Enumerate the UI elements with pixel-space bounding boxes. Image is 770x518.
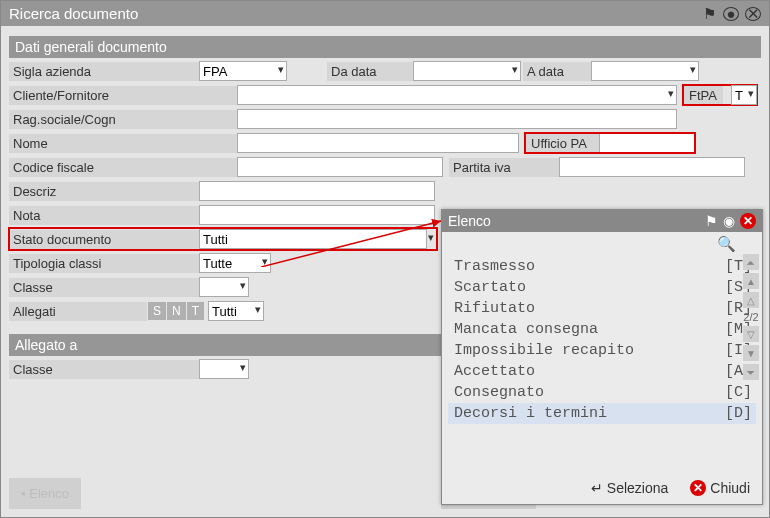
close-icon[interactable]: ✕ (745, 7, 761, 21)
scroll-up2-icon[interactable]: △ (743, 292, 759, 308)
a-data-input[interactable] (591, 61, 699, 81)
popup-footer: ↵Seleziona ✕Chiudi (585, 476, 756, 500)
codice-fiscale-input[interactable] (237, 157, 443, 177)
cliente-fornitore-input[interactable] (237, 85, 677, 105)
popup-dot-icon[interactable]: ◉ (723, 213, 735, 229)
descriz-input[interactable] (199, 181, 435, 201)
tag-n[interactable]: N (167, 302, 186, 320)
tag-s[interactable]: S (148, 302, 166, 320)
chiudi-button[interactable]: ✕Chiudi (684, 476, 756, 500)
da-data-input[interactable] (413, 61, 521, 81)
label-nome: Nome (9, 134, 237, 153)
popup-close-icon[interactable]: ✕ (740, 213, 756, 229)
ufficio-pa-group: Ufficio PA (525, 133, 695, 153)
tipologia-classi-select[interactable] (199, 253, 271, 273)
label-partita-iva: Partita iva (449, 158, 559, 177)
sigla-azienda-input[interactable] (199, 61, 287, 81)
search-icon[interactable]: 🔍 (717, 235, 736, 252)
label-nota: Nota (9, 206, 199, 225)
nome-input[interactable] (237, 133, 519, 153)
elenco-popup: Elenco ⚑ ◉ ✕ 🔍 Trasmesso[T] Scartato[S] … (441, 209, 763, 505)
window-title: Ricerca documento (9, 5, 138, 22)
allegati-select[interactable] (208, 301, 264, 321)
popup-pin-icon[interactable]: ⚑ (705, 213, 718, 229)
tag-t[interactable]: T (187, 302, 204, 320)
ftpa-select[interactable] (731, 85, 757, 105)
elenco-button[interactable]: ▪ Elenco (9, 478, 81, 509)
list-item[interactable]: Consegnato[C] (448, 382, 756, 403)
nota-input[interactable] (199, 205, 435, 225)
label-classe: Classe (9, 278, 199, 297)
partita-iva-input[interactable] (559, 157, 745, 177)
list-item[interactable]: Scartato[S] (448, 277, 756, 298)
label-sigla-azienda: Sigla azienda (9, 62, 199, 81)
label-codice-fiscale: Codice fiscale (9, 158, 237, 177)
dot-icon[interactable]: ● (723, 7, 739, 21)
list-item[interactable]: Rifiutato[R] (448, 298, 756, 319)
page-indicator: 2/2 (743, 311, 758, 323)
popup-search-row: 🔍 (442, 232, 762, 256)
label-ufficio-pa: Ufficio PA (525, 134, 599, 153)
list-item-selected[interactable]: Decorsi i termini[D] (448, 403, 756, 424)
popup-title-text: Elenco (448, 213, 491, 229)
enter-icon: ↵ (591, 480, 603, 496)
list-item[interactable]: Trasmesso[T] (448, 256, 756, 277)
popup-titlebar: Elenco ⚑ ◉ ✕ (442, 210, 762, 232)
close-x-icon: ✕ (690, 480, 706, 496)
label-da-data: Da data (327, 62, 413, 81)
label-stato-documento: Stato documento (9, 230, 199, 249)
list-item[interactable]: Impossibile recapito[I] (448, 340, 756, 361)
label-tipologia-classi: Tipologia classi (9, 254, 199, 273)
seleziona-button[interactable]: ↵Seleziona (585, 476, 675, 500)
pin-icon[interactable]: ⚑ (701, 7, 717, 21)
classe-select[interactable] (199, 277, 249, 297)
ftpa-group: FtPA (683, 85, 757, 105)
label-cliente-fornitore: Cliente/Fornitore (9, 86, 237, 105)
list-item[interactable]: Accettato[A] (448, 361, 756, 382)
ufficio-pa-input[interactable] (599, 133, 695, 153)
classe-2-select[interactable] (199, 359, 249, 379)
popup-scrollbar: ⏶ ▲ △ 2/2 ▽ ▼ ⏷ (742, 254, 760, 380)
label-allegati: Allegati (9, 302, 147, 321)
rag-sociale-input[interactable] (237, 109, 677, 129)
popup-list: Trasmesso[T] Scartato[S] Rifiutato[R] Ma… (442, 256, 762, 424)
scroll-top-icon[interactable]: ⏶ (743, 254, 759, 270)
label-classe-2: Classe (9, 360, 199, 379)
label-ftpa: FtPA (683, 86, 723, 105)
label-descriz: Descriz (9, 182, 199, 201)
label-rag-sociale: Rag.sociale/Cogn (9, 110, 237, 129)
label-a-data: A data (523, 62, 591, 81)
list-item[interactable]: Mancata consegna[M] (448, 319, 756, 340)
search-window: Ricerca documento ⚑ ● ✕ Dati generali do… (0, 0, 770, 518)
scroll-bottom-icon[interactable]: ⏷ (743, 364, 759, 380)
section-general: Dati generali documento (9, 36, 761, 58)
scroll-down-icon[interactable]: ▼ (743, 345, 759, 361)
stato-documento-select[interactable] (199, 229, 427, 249)
scroll-up-icon[interactable]: ▲ (743, 273, 759, 289)
scroll-down2-icon[interactable]: ▽ (743, 326, 759, 342)
titlebar: Ricerca documento ⚑ ● ✕ (1, 1, 769, 26)
